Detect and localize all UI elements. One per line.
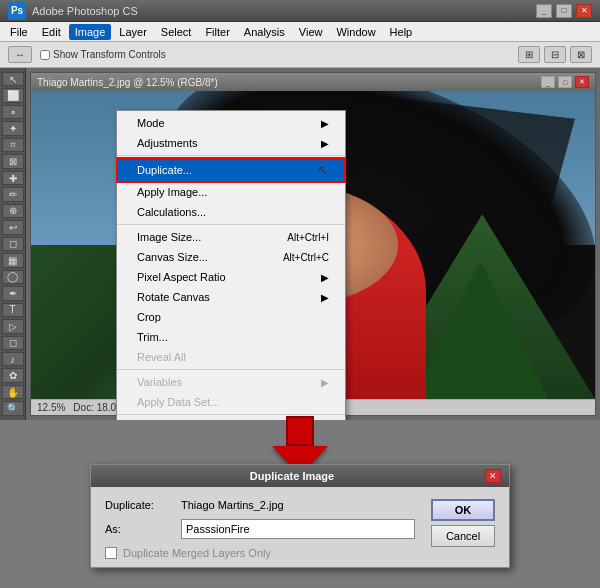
menu-file[interactable]: File bbox=[4, 24, 34, 40]
menu-duplicate-label: Duplicate... bbox=[137, 164, 192, 176]
tool-eyedropper[interactable]: ✿ bbox=[2, 368, 24, 382]
ok-button[interactable]: OK bbox=[431, 499, 495, 521]
menu-crop-label: Crop bbox=[137, 311, 161, 323]
tool-dodge[interactable]: ◯ bbox=[2, 270, 24, 284]
dialog-content-row: Duplicate: Thiago Martins_2.jpg As: Dupl… bbox=[105, 499, 495, 559]
arrow-shaft bbox=[286, 416, 314, 446]
menu-item-calculations[interactable]: Calculations... bbox=[117, 202, 345, 222]
menu-layer[interactable]: Layer bbox=[113, 24, 153, 40]
tool-lasso[interactable]: ⚬ bbox=[2, 105, 24, 119]
doc-window-controls: _ □ ✕ bbox=[541, 76, 589, 88]
dialog-close-button[interactable]: ✕ bbox=[485, 469, 501, 483]
merged-layers-checkbox[interactable] bbox=[105, 547, 117, 559]
rotate-canvas-arrow-icon: ▶ bbox=[321, 292, 329, 303]
transform-checkbox[interactable] bbox=[40, 50, 50, 60]
menu-image-size-label: Image Size... bbox=[137, 231, 201, 243]
adjustments-arrow-icon: ▶ bbox=[321, 138, 329, 149]
as-label: As: bbox=[105, 523, 175, 535]
align-btn-1[interactable]: ⊞ bbox=[518, 46, 540, 63]
tool-heal[interactable]: ✚ bbox=[2, 171, 24, 185]
tool-select[interactable]: ⬜ bbox=[2, 88, 24, 102]
align-btn-2[interactable]: ⊟ bbox=[544, 46, 566, 63]
menu-rotate-canvas-label: Rotate Canvas bbox=[137, 291, 210, 303]
menu-item-crop[interactable]: Crop bbox=[117, 307, 345, 327]
menu-analysis[interactable]: Analysis bbox=[238, 24, 291, 40]
dialog-body: Duplicate: Thiago Martins_2.jpg As: Dupl… bbox=[91, 487, 509, 567]
dialog-buttons: OK Cancel bbox=[431, 499, 495, 547]
image-size-shortcut: Alt+Ctrl+I bbox=[287, 232, 329, 243]
duplicate-image-dialog: Duplicate Image ✕ Duplicate: Thiago Mart… bbox=[90, 464, 510, 568]
menu-variables-label: Variables bbox=[137, 376, 182, 388]
variables-arrow-icon: ▶ bbox=[321, 377, 329, 388]
as-input[interactable] bbox=[181, 519, 415, 539]
doc-minimize[interactable]: _ bbox=[541, 76, 555, 88]
tool-wand[interactable]: ✦ bbox=[2, 121, 24, 135]
menu-image[interactable]: Image bbox=[69, 24, 112, 40]
title-bar-left: Ps Adobe Photoshop CS bbox=[8, 2, 138, 20]
menu-item-canvas-size[interactable]: Canvas Size... Alt+Ctrl+C bbox=[117, 247, 345, 267]
dialog-duplicate-row: Duplicate: Thiago Martins_2.jpg bbox=[105, 499, 415, 511]
menu-edit[interactable]: Edit bbox=[36, 24, 67, 40]
close-button[interactable]: ✕ bbox=[576, 4, 592, 18]
cancel-button[interactable]: Cancel bbox=[431, 525, 495, 547]
dialog-as-row: As: bbox=[105, 519, 415, 539]
menu-item-pixel-aspect[interactable]: Pixel Aspect Ratio ▶ bbox=[117, 267, 345, 287]
canvas-area: Thiago Martins_2.jpg @ 12.5% (RGB/8*) _ … bbox=[26, 68, 600, 420]
ps-logo-icon: Ps bbox=[8, 2, 26, 20]
menu-adjustments-label: Adjustments bbox=[137, 137, 198, 149]
menu-apply-image-label: Apply Image... bbox=[137, 186, 207, 198]
dialog-checkbox-row: Duplicate Merged Layers Only bbox=[105, 547, 415, 559]
transform-label: Show Transform Controls bbox=[53, 49, 166, 60]
menu-reveal-all-label: Reveal All bbox=[137, 351, 186, 363]
menu-view[interactable]: View bbox=[293, 24, 329, 40]
tool-note[interactable]: ♪ bbox=[2, 352, 24, 366]
tool-move[interactable]: ↖ bbox=[2, 72, 24, 86]
menu-bar: File Edit Image Layer Select Filter Anal… bbox=[0, 22, 600, 42]
tool-history[interactable]: ↩ bbox=[2, 220, 24, 234]
mode-arrow-icon: ▶ bbox=[321, 118, 329, 129]
tool-type[interactable]: T bbox=[2, 303, 24, 317]
photoshop-window: Ps Adobe Photoshop CS _ □ ✕ File Edit Im… bbox=[0, 0, 600, 420]
options-toolbar: ↔ Show Transform Controls ⊞ ⊟ ⊠ bbox=[0, 42, 600, 68]
tool-pen[interactable]: ✒ bbox=[2, 286, 24, 300]
menu-item-mode[interactable]: Mode ▶ bbox=[117, 113, 345, 133]
tool-zoom[interactable]: 🔍 bbox=[2, 401, 24, 415]
doc-close[interactable]: ✕ bbox=[575, 76, 589, 88]
tool-crop[interactable]: ⌗ bbox=[2, 138, 24, 152]
tool-shape[interactable]: ◻ bbox=[2, 336, 24, 350]
menu-filter[interactable]: Filter bbox=[199, 24, 235, 40]
tool-gradient[interactable]: ▦ bbox=[2, 253, 24, 267]
minimize-button[interactable]: _ bbox=[536, 4, 552, 18]
menu-apply-dataset-label: Apply Data Set... bbox=[137, 396, 220, 408]
tool-stamp[interactable]: ⊕ bbox=[2, 204, 24, 218]
menu-window[interactable]: Window bbox=[330, 24, 381, 40]
doc-zoom: 12.5% bbox=[37, 402, 65, 413]
menu-item-duplicate[interactable]: Duplicate... ↖ bbox=[117, 158, 345, 182]
tool-hand[interactable]: ✋ bbox=[2, 385, 24, 399]
app-title: Adobe Photoshop CS bbox=[32, 5, 138, 17]
tool-path[interactable]: ▷ bbox=[2, 319, 24, 333]
transform-controls-checkbox[interactable]: Show Transform Controls bbox=[40, 49, 166, 60]
menu-help[interactable]: Help bbox=[384, 24, 419, 40]
tool-brush[interactable]: ✏ bbox=[2, 187, 24, 201]
image-dropdown-menu: Mode ▶ Adjustments ▶ Duplicate... ↖ bbox=[116, 110, 346, 420]
menu-select[interactable]: Select bbox=[155, 24, 198, 40]
maximize-button[interactable]: □ bbox=[556, 4, 572, 18]
toolbox: ↖ ⬜ ⚬ ✦ ⌗ ⊠ ✚ ✏ ⊕ ↩ ◻ ▦ ◯ ✒ T ▷ ◻ ♪ ✿ ✋ … bbox=[0, 68, 26, 420]
doc-title-bar: Thiago Martins_2.jpg @ 12.5% (RGB/8*) _ … bbox=[31, 73, 595, 91]
tool-eraser[interactable]: ◻ bbox=[2, 237, 24, 251]
menu-item-apply-dataset: Apply Data Set... bbox=[117, 392, 345, 412]
align-btn-3[interactable]: ⊠ bbox=[570, 46, 592, 63]
menu-item-apply-image[interactable]: Apply Image... bbox=[117, 182, 345, 202]
menu-item-image-size[interactable]: Image Size... Alt+Ctrl+I bbox=[117, 227, 345, 247]
doc-maximize[interactable]: □ bbox=[558, 76, 572, 88]
menu-item-reveal-all: Reveal All bbox=[117, 347, 345, 367]
tool-options[interactable]: ↔ bbox=[8, 46, 32, 63]
tool-slice[interactable]: ⊠ bbox=[2, 154, 24, 168]
menu-item-variables: Variables ▶ bbox=[117, 372, 345, 392]
menu-item-adjustments[interactable]: Adjustments ▶ bbox=[117, 133, 345, 153]
menu-item-rotate-canvas[interactable]: Rotate Canvas ▶ bbox=[117, 287, 345, 307]
menu-item-trim[interactable]: Trim... bbox=[117, 327, 345, 347]
align-controls: ⊞ ⊟ ⊠ bbox=[518, 46, 592, 63]
cursor-icon: ↖ bbox=[317, 162, 329, 178]
